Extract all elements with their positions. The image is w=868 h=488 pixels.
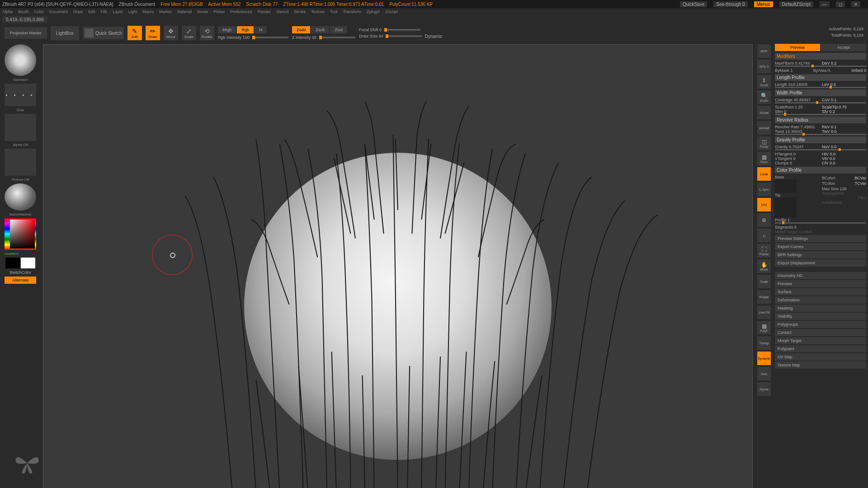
menus-button[interactable]: Menus bbox=[754, 1, 773, 7]
menu-color[interactable]: Color bbox=[34, 9, 44, 14]
coverage-slider[interactable]: Coverage 45.89397 bbox=[775, 98, 819, 102]
polyf-button[interactable]: ▩PolyF bbox=[757, 321, 771, 334]
tip-color-box[interactable] bbox=[775, 197, 797, 218]
menu-file[interactable]: File bbox=[101, 9, 108, 14]
menu-picker[interactable]: Picker bbox=[213, 9, 225, 14]
geometry-hd-section[interactable]: Geometry HD bbox=[775, 272, 866, 279]
zadd-button[interactable]: Zadd bbox=[292, 26, 311, 33]
vtangent-slider[interactable]: VTangent 0 bbox=[775, 156, 819, 161]
menu-macro[interactable]: Macro bbox=[142, 9, 154, 14]
aahalf-button[interactable]: AAHalf bbox=[757, 121, 771, 135]
scale-view-button[interactable]: Scale bbox=[757, 275, 771, 288]
menu-render[interactable]: Render bbox=[258, 9, 271, 14]
profile1-slider[interactable]: Profile 1 bbox=[775, 218, 866, 222]
imbed-slider[interactable]: Imbed 0 bbox=[851, 68, 866, 73]
window-max-icon[interactable]: ◻ bbox=[836, 1, 845, 7]
accept-button[interactable]: Accept bbox=[821, 44, 866, 51]
transp-button[interactable]: Transp bbox=[757, 336, 771, 350]
dynamic-view-button[interactable]: Dynamic bbox=[757, 352, 771, 365]
menu-light[interactable]: Light bbox=[128, 9, 137, 14]
export-curves-section[interactable]: Export Curves bbox=[775, 243, 866, 250]
maxfibers-bar[interactable] bbox=[775, 66, 866, 67]
slim-slider[interactable]: Slim 0 bbox=[775, 109, 819, 114]
twv-slider[interactable]: TwV 0.0 bbox=[822, 129, 866, 134]
morphtarget-guided-toggle[interactable]: MorphTarget Guided bbox=[775, 230, 866, 234]
coverage-bar[interactable] bbox=[775, 102, 866, 103]
quicksketch-button[interactable]: Quick Sketch bbox=[83, 27, 124, 39]
gravity-slider[interactable]: Gravity 0.70247 bbox=[775, 145, 819, 149]
zcut-button[interactable]: Zcut bbox=[330, 26, 347, 33]
clumps-slider[interactable]: Clumps 0 bbox=[775, 161, 819, 165]
menu-layer[interactable]: Layer bbox=[113, 9, 123, 14]
scaleroot-slider[interactable]: ScaleRoot 1.25 bbox=[775, 105, 819, 109]
uv-map-section[interactable]: UV Map bbox=[775, 353, 866, 361]
cam-search-button[interactable]: ⌕ bbox=[757, 229, 771, 242]
menu-zscript[interactable]: Zscript bbox=[386, 9, 398, 14]
frame-button[interactable]: ⛶Frame bbox=[757, 244, 771, 258]
htangent-slider[interactable]: HTangent 0 bbox=[775, 152, 819, 156]
bpr-settings-section[interactable]: BPR Settings bbox=[775, 251, 866, 258]
gravity-bar[interactable] bbox=[775, 149, 866, 150]
menu-transform[interactable]: Transform bbox=[343, 9, 361, 14]
dev-slider[interactable]: DeV 0.2 bbox=[822, 61, 866, 66]
xpose-button[interactable]: Xpose bbox=[757, 382, 771, 396]
quicksave-button[interactable]: QuickSave bbox=[680, 1, 707, 7]
twist-bar[interactable] bbox=[775, 134, 866, 135]
z-intensity-slider[interactable] bbox=[319, 37, 355, 38]
draw-size-slider[interactable] bbox=[386, 35, 422, 37]
slv-slider[interactable]: SlV 0.2 bbox=[822, 109, 866, 114]
scaletip-slider[interactable]: ScaleTip 0.75 bbox=[822, 105, 866, 109]
length-profile-section[interactable]: Length Profile bbox=[775, 74, 866, 81]
bcvar-slider[interactable]: BCVar bbox=[854, 176, 866, 180]
menu-draw[interactable]: Draw bbox=[73, 9, 83, 14]
brush-thumbnail[interactable] bbox=[5, 44, 36, 76]
script-button[interactable]: DefaultZScript bbox=[779, 1, 813, 7]
menu-stroke[interactable]: Stroke bbox=[294, 9, 306, 14]
cov-slider[interactable]: CoV 0.1 bbox=[822, 98, 866, 102]
mrgb-button[interactable]: Mrgb bbox=[218, 26, 236, 33]
zoom-button[interactable]: 🔍Zoom bbox=[757, 90, 771, 104]
menu-material[interactable]: Material bbox=[177, 9, 192, 14]
rev-slider[interactable]: ReV 0.1 bbox=[822, 125, 866, 129]
menu-document[interactable]: Document bbox=[49, 9, 68, 14]
cam-reset-button[interactable]: ⊕ bbox=[757, 213, 771, 227]
lsym-button[interactable]: L.Sym bbox=[757, 183, 771, 196]
color-profile-section[interactable]: Color Profile bbox=[775, 167, 866, 174]
bymask-slider[interactable]: ByMask 1 bbox=[775, 68, 811, 73]
length-slider[interactable]: Length 910.18005 bbox=[775, 82, 819, 87]
rotate-button[interactable]: ⟲Rotate bbox=[200, 26, 214, 40]
projection-master-button[interactable]: Projection Master bbox=[5, 27, 47, 39]
rgb-intensity-slider[interactable] bbox=[252, 37, 288, 38]
m-button[interactable]: M bbox=[255, 26, 267, 33]
length-bar[interactable] bbox=[775, 87, 866, 88]
slim-bar[interactable] bbox=[775, 114, 866, 115]
htv-slider[interactable]: HtV 0.0 bbox=[822, 152, 866, 156]
xyz-button[interactable]: XYZ bbox=[757, 198, 771, 211]
bcolori-slider[interactable]: BColori bbox=[822, 176, 853, 180]
move-button[interactable]: ✥Move bbox=[164, 26, 178, 40]
preview-button[interactable]: Preview bbox=[775, 44, 820, 51]
zsub-button[interactable]: Zsub bbox=[311, 26, 329, 33]
preview-settings-section[interactable]: Preview Settings bbox=[775, 235, 866, 242]
vtv-slider[interactable]: VtV 0.0 bbox=[822, 156, 866, 161]
actual-button[interactable]: Actual bbox=[757, 106, 771, 119]
focal-shift-slider[interactable] bbox=[384, 29, 420, 31]
revolve-rate-slider[interactable]: Revolve Rate 7.43801 bbox=[775, 125, 819, 129]
switch-color-button[interactable]: SwitchColor bbox=[9, 270, 31, 275]
secondary-color-swatch[interactable] bbox=[5, 258, 20, 268]
surface-section[interactable]: Surface bbox=[775, 288, 866, 296]
menu-edit[interactable]: Edit bbox=[88, 9, 95, 14]
base-color-box[interactable] bbox=[775, 179, 797, 193]
persp-button[interactable]: ◫Persp bbox=[757, 136, 771, 150]
material-thumbnail[interactable] bbox=[5, 183, 36, 211]
modifiers-section[interactable]: Modifiers bbox=[775, 53, 866, 60]
antialiased-toggle[interactable]: Antialiased bbox=[822, 200, 866, 205]
menu-brush[interactable]: Brush bbox=[18, 9, 29, 14]
export-displacement-section[interactable]: Export Displacement bbox=[775, 259, 866, 267]
window-min-icon[interactable]: — bbox=[820, 1, 830, 7]
color-picker[interactable] bbox=[5, 218, 36, 250]
polygroups-section[interactable]: Polygroups bbox=[775, 321, 866, 328]
alpha-thumbnail[interactable] bbox=[5, 114, 36, 141]
tcolori-slider[interactable]: TColori bbox=[822, 181, 853, 186]
deformation-section[interactable]: Deformation bbox=[775, 296, 866, 304]
